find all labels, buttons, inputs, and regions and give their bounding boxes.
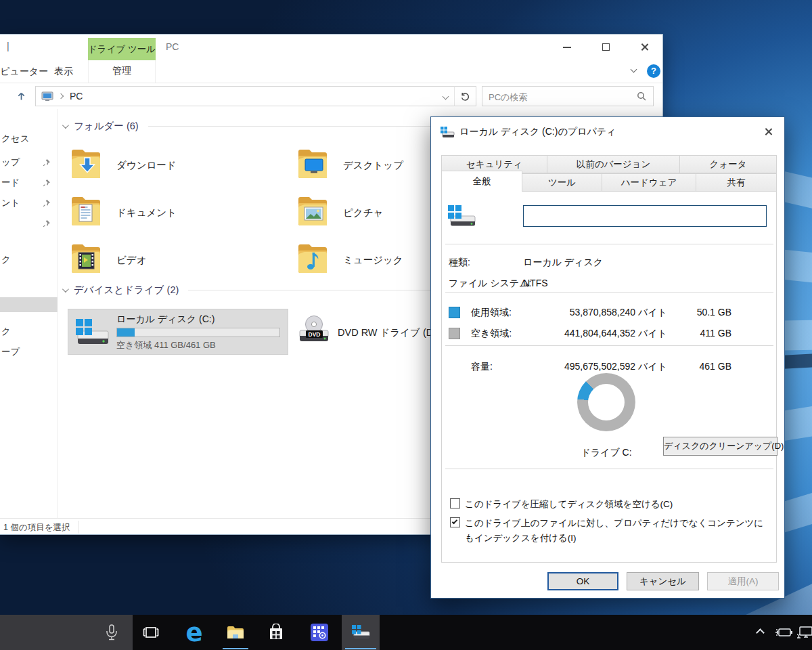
folders-section-title: フォルダー (6) — [74, 120, 139, 133]
capacity-label: 容量: — [471, 361, 493, 373]
capacity-size: 461 GB — [667, 361, 731, 372]
breadcrumb-chevron-icon — [58, 93, 64, 99]
downloads-folder-icon — [69, 146, 108, 183]
ok-button[interactable]: OK — [547, 572, 618, 590]
search-icon[interactable] — [637, 91, 647, 102]
general-tab-page: 種類: ローカル ディスク ファイル システム: NTFS 使用領域: 53,8… — [441, 191, 777, 563]
used-space-row: 使用領域: 53,870,858,240 バイト 50.1 GB — [442, 306, 776, 320]
up-arrow-icon — [16, 91, 27, 102]
disk-properties-taskbar-button[interactable] — [342, 615, 380, 650]
filesystem-value: NTFS — [523, 278, 548, 288]
folder-item-videos[interactable]: ビデオ — [68, 239, 284, 281]
collapse-chevron-icon[interactable] — [62, 122, 69, 129]
compress-checkbox-label: このドライブを圧縮してディスク領域を空ける(C) — [465, 497, 771, 512]
devices-section-title: デバイスとドライブ (2) — [74, 284, 179, 297]
free-swatch — [449, 328, 460, 339]
type-value: ローカル ディスク — [523, 257, 603, 269]
sidebar-item-quick-access[interactable]: クセス — [0, 131, 58, 146]
local-disk-item-selected[interactable]: ローカル ディスク (C:) 空き領域 411 GB/461 GB — [68, 309, 288, 355]
pin-icon — [43, 219, 51, 228]
refresh-icon — [460, 91, 470, 102]
pc-icon — [41, 91, 53, 102]
local-disk-name: ローカル ディスク (C:) — [116, 313, 215, 326]
free-size: 411 GB — [667, 328, 731, 339]
battery-icon[interactable] — [774, 626, 793, 639]
quick-access-toolbar-fragment: | — [7, 41, 9, 51]
network-icon[interactable] — [796, 625, 812, 640]
collapse-chevron-icon[interactable] — [62, 286, 69, 292]
drive-icon-large — [445, 203, 478, 230]
index-checkbox[interactable] — [450, 517, 460, 527]
task-view-icon — [142, 625, 160, 640]
tab-quota[interactable]: クォータ — [679, 155, 777, 173]
used-label: 使用領域: — [471, 307, 512, 319]
active-app-underline — [223, 648, 248, 650]
store-icon — [267, 624, 285, 641]
tray-chevron-up-icon[interactable] — [756, 628, 765, 637]
ribbon-collapse-chevron-icon[interactable] — [631, 66, 637, 73]
dialog-close-button[interactable] — [759, 123, 777, 140]
sidebar-item-homegroup[interactable]: ープ — [0, 345, 58, 360]
cancel-button[interactable]: キャンセル — [627, 572, 699, 590]
navigate-up-button[interactable] — [11, 86, 31, 106]
separator — [445, 469, 773, 469]
microphone-icon[interactable] — [104, 624, 120, 641]
pin-icon — [43, 158, 51, 167]
address-bar-row: PC PCの検索 — [0, 83, 662, 109]
sidebar-item-documents[interactable]: ント — [0, 196, 58, 211]
tab-view[interactable]: 表示 — [54, 66, 73, 78]
sidebar-item-desktop[interactable]: ップ — [0, 155, 58, 170]
type-label: 種類: — [449, 257, 523, 269]
minimize-button[interactable] — [555, 38, 579, 56]
drive-tools-contextual-tab[interactable]: ドライブ ツール — [88, 38, 156, 60]
pin-icon — [43, 199, 51, 207]
compress-checkbox[interactable] — [450, 498, 460, 508]
index-checkbox-label: このドライブ上のファイルに対し、プロパティだけでなくコンテンツにもインデックスを… — [465, 516, 771, 545]
disk-cleanup-button[interactable]: ディスクのクリーンアップ(D) — [663, 437, 777, 456]
desktop: | ドライブ ツール PC ピューター 表示 管理 ? — [0, 0, 812, 650]
help-icon[interactable]: ? — [647, 64, 660, 78]
settings-tile-button[interactable] — [303, 615, 336, 650]
apply-button[interactable]: 適用(A) — [707, 572, 779, 590]
breadcrumb-location[interactable]: PC — [70, 91, 83, 102]
tab-general-active[interactable]: 全般 — [441, 171, 522, 192]
free-label: 空き領域: — [471, 328, 512, 340]
tab-tools[interactable]: ツール — [522, 173, 602, 192]
search-input[interactable]: PCの検索 — [482, 86, 654, 106]
dvd-drive-name: DVD RW ドライブ (D:) — [338, 326, 439, 339]
close-icon — [764, 127, 773, 136]
sidebar-item-pc-selected[interactable] — [0, 297, 58, 312]
tab-manage[interactable]: 管理 — [88, 60, 156, 83]
tab-hardware[interactable]: ハードウェア — [602, 173, 696, 192]
address-dropdown-chevron-icon[interactable] — [443, 93, 449, 100]
file-explorer-button[interactable] — [219, 615, 252, 650]
taskbar-search-box[interactable] — [0, 615, 133, 650]
maximize-button[interactable] — [593, 38, 618, 56]
ribbon-tab-row: ピューター 表示 管理 ? — [0, 60, 662, 83]
close-icon — [640, 43, 649, 51]
capacity-donut — [577, 373, 635, 431]
capacity-row: 容量: 495,675,502,592 バイト 461 GB — [442, 360, 776, 374]
sidebar-item-network[interactable]: ク — [0, 324, 58, 339]
folder-item-downloads[interactable]: ダウンロード — [68, 144, 284, 186]
folder-item-documents[interactable]: ドキュメント — [68, 192, 284, 234]
sidebar-item[interactable]: ク — [0, 253, 58, 267]
tab-sharing[interactable]: 共有 — [696, 173, 777, 192]
active-app-underline — [345, 648, 376, 650]
tab-computer-fragment[interactable]: ピューター — [0, 66, 48, 78]
task-view-button[interactable] — [135, 615, 167, 650]
refresh-button[interactable] — [454, 86, 476, 106]
volume-label-input[interactable] — [523, 205, 767, 227]
edge-browser-button[interactable]: e — [178, 615, 210, 650]
close-button[interactable] — [632, 38, 656, 56]
file-explorer-icon — [226, 624, 245, 641]
documents-folder-icon — [69, 193, 108, 231]
drive-caption: ドライブ C: — [552, 447, 660, 459]
tab-previous-versions[interactable]: 以前のバージョン — [547, 155, 680, 173]
explorer-titlebar: | ドライブ ツール PC — [0, 35, 662, 60]
store-button[interactable] — [260, 615, 292, 650]
sidebar-item-downloads[interactable]: ード — [0, 175, 58, 190]
capacity-bar — [116, 328, 280, 337]
sidebar-item-pictures[interactable] — [0, 216, 58, 231]
address-bar[interactable]: PC — [35, 86, 455, 106]
